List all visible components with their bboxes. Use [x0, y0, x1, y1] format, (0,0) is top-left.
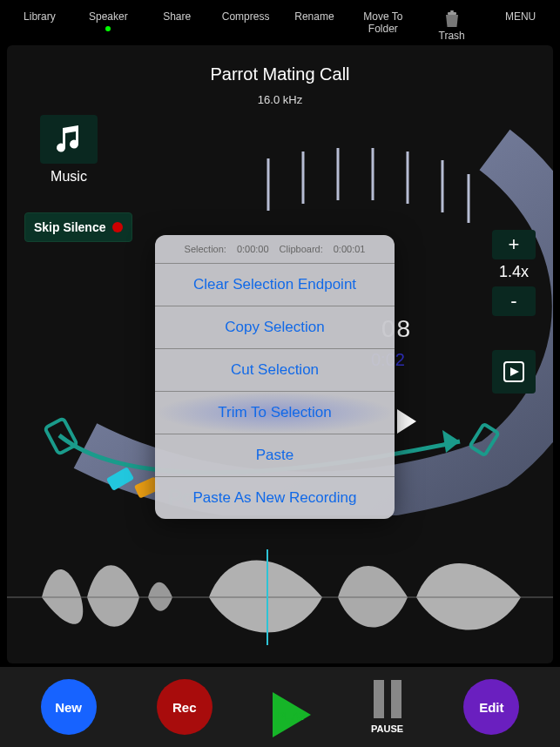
speed-down-button[interactable]: -: [492, 286, 536, 316]
svg-marker-15: [510, 367, 519, 376]
speed-up-button[interactable]: +: [492, 230, 536, 259]
compress-button[interactable]: Compress: [212, 7, 280, 26]
menu-button[interactable]: MENU: [486, 7, 555, 26]
library-button[interactable]: Library: [5, 7, 74, 26]
waveform-strip[interactable]: [7, 539, 553, 656]
top-menu-bar: Library Speaker Share Compress Rename Mo…: [0, 0, 560, 40]
svg-rect-12: [106, 467, 134, 491]
selection-action-sheet: Selection: 0:00:00 Clipboard: 0:00:01 Cl…: [155, 235, 395, 519]
main-panel: Parrot Mating Call 16.0 kHz: [7, 45, 553, 663]
pause-label: PAUSE: [371, 723, 403, 734]
new-button[interactable]: New: [41, 679, 97, 735]
transport-bar: New Rec PLAY PAUSE Edit: [0, 667, 560, 747]
trash-icon: [444, 10, 460, 28]
svg-rect-11: [470, 424, 499, 455]
playhead-marker-icon: [397, 409, 416, 434]
record-button[interactable]: Rec: [157, 679, 213, 735]
action-sheet-header: Selection: 0:00:00 Clipboard: 0:00:01: [155, 235, 395, 264]
pause-button[interactable]: PAUSE: [371, 680, 403, 734]
speaker-button[interactable]: Speaker: [74, 7, 143, 35]
speaker-indicator-icon: [105, 26, 111, 31]
record-indicator-icon: [112, 222, 123, 232]
rename-button[interactable]: Rename: [280, 7, 349, 26]
paste-item[interactable]: Paste: [155, 434, 395, 477]
music-icon: [40, 115, 98, 164]
flag-play-icon: [502, 360, 526, 384]
waveform-icon: [7, 539, 553, 656]
pause-icon: [371, 680, 403, 718]
sample-rate: 16.0 kHz: [7, 93, 553, 106]
speaker-label: Speaker: [89, 10, 128, 23]
copy-selection-item[interactable]: Copy Selection: [155, 306, 395, 349]
waveform-playhead[interactable]: [267, 549, 268, 645]
speed-panel: + 1.4x -: [492, 230, 536, 320]
paste-as-new-recording-item[interactable]: Paste As New Recording: [155, 477, 395, 519]
clipboard-value: 0:00:01: [334, 244, 366, 254]
svg-rect-0: [448, 12, 456, 15]
selection-label: Selection:: [185, 244, 226, 254]
selection-value: 0:00:00: [237, 244, 269, 254]
clipboard-label: Clipboard:: [280, 244, 323, 254]
marker-button[interactable]: [492, 350, 536, 394]
play-button[interactable]: PLAY: [273, 692, 311, 723]
trash-button[interactable]: Trash: [417, 7, 486, 45]
recording-title: Parrot Mating Call: [7, 64, 553, 84]
music-tile[interactable]: Music: [31, 115, 106, 185]
skip-silence-label: Skip Silence: [34, 220, 105, 234]
clear-selection-endpoint-item[interactable]: Clear Selection Endpoint: [155, 264, 395, 306]
svg-marker-9: [442, 430, 460, 453]
skip-silence-button[interactable]: Skip Silence: [24, 212, 132, 242]
move-to-folder-button[interactable]: Move To Folder: [348, 7, 417, 39]
svg-rect-10: [44, 418, 77, 454]
trim-to-selection-item[interactable]: Trim To Selection: [155, 392, 395, 434]
svg-rect-1: [450, 10, 454, 12]
trash-label: Trash: [439, 30, 465, 42]
play-label: PLAY: [277, 710, 306, 723]
speed-value: 1.4x: [492, 263, 536, 281]
cut-selection-item[interactable]: Cut Selection: [155, 349, 395, 392]
edit-button[interactable]: Edit: [463, 679, 519, 735]
share-button[interactable]: Share: [143, 7, 212, 26]
music-label: Music: [31, 169, 106, 185]
